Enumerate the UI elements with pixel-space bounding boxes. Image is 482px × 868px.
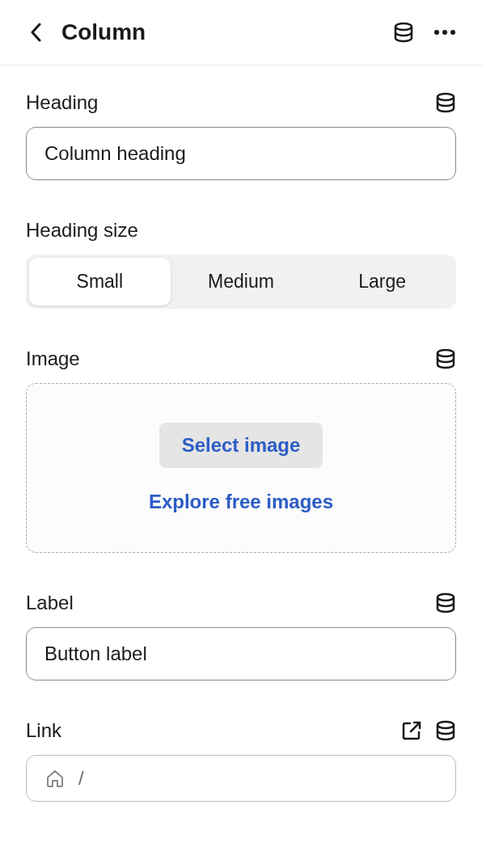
section-header: Heading size: [26, 219, 456, 242]
explore-images-link[interactable]: Explore free images: [149, 491, 333, 513]
database-icon: [435, 348, 456, 369]
svg-point-1: [434, 30, 439, 35]
heading-input[interactable]: [26, 127, 456, 180]
select-image-button[interactable]: Select image: [159, 423, 323, 468]
link-input-container[interactable]: [26, 755, 456, 802]
svg-point-5: [438, 350, 454, 356]
segment-large[interactable]: Large: [311, 258, 453, 305]
image-database-button[interactable]: [435, 348, 456, 369]
segment-medium[interactable]: Medium: [171, 258, 312, 305]
header-right: [393, 22, 456, 43]
link-label: Link: [26, 719, 61, 742]
label-database-button[interactable]: [435, 592, 456, 613]
panel-content: Heading Heading size Small Medium Large: [0, 65, 482, 866]
segment-small[interactable]: Small: [29, 258, 171, 305]
label-input[interactable]: [26, 627, 456, 680]
image-section: Image Select image Explore free images: [26, 348, 456, 553]
heading-size-label: Heading size: [26, 219, 138, 242]
panel-header: Column: [0, 0, 482, 65]
database-icon: [435, 92, 456, 113]
svg-point-3: [450, 30, 455, 35]
image-label: Image: [26, 348, 80, 370]
database-button[interactable]: [393, 22, 414, 43]
link-database-button[interactable]: [435, 720, 456, 741]
svg-point-7: [438, 722, 454, 728]
svg-point-0: [395, 23, 412, 30]
svg-point-4: [438, 94, 454, 100]
external-link-icon: [401, 720, 422, 741]
back-button[interactable]: [26, 23, 45, 42]
database-icon: [435, 720, 456, 741]
section-header: Heading: [26, 91, 456, 114]
open-external-button[interactable]: [401, 720, 422, 741]
heading-size-section: Heading size Small Medium Large: [26, 219, 456, 309]
svg-point-2: [442, 30, 447, 35]
more-horizontal-icon: [433, 29, 456, 36]
panel-title: Column: [61, 19, 146, 45]
label-field-label: Label: [26, 592, 74, 614]
section-header: Label: [26, 592, 456, 614]
section-header: Image: [26, 348, 456, 370]
header-left: Column: [26, 19, 146, 45]
link-section: Link: [26, 719, 456, 802]
more-button[interactable]: [433, 29, 456, 36]
chevron-left-icon: [30, 23, 41, 42]
svg-point-6: [438, 594, 454, 600]
link-input[interactable]: [78, 767, 438, 790]
heading-label: Heading: [26, 91, 98, 114]
label-section: Label: [26, 592, 456, 680]
database-icon: [393, 22, 414, 43]
home-icon: [44, 768, 66, 789]
heading-size-control: Small Medium Large: [26, 255, 456, 309]
database-icon: [435, 592, 456, 613]
image-upload-area[interactable]: Select image Explore free images: [26, 383, 456, 553]
section-header: Link: [26, 719, 456, 742]
heading-database-button[interactable]: [435, 92, 456, 113]
heading-section: Heading: [26, 91, 456, 180]
